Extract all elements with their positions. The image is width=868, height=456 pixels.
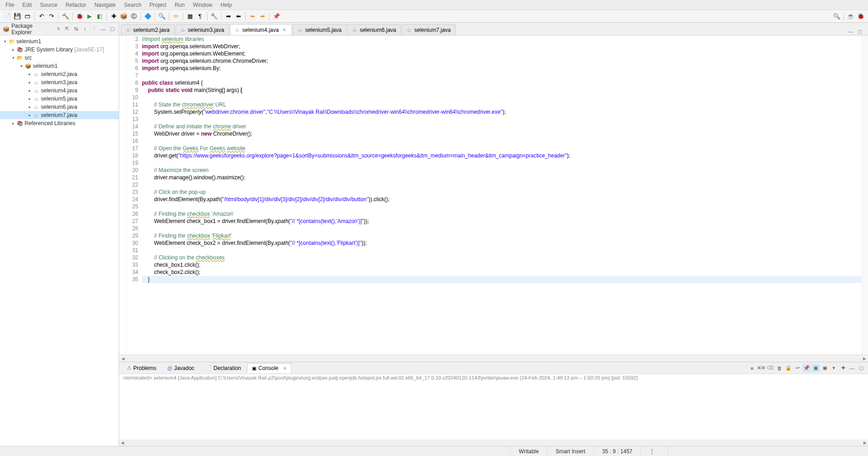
tree-file[interactable]: ▸♨ selenium5.java bbox=[0, 95, 119, 103]
remove-all-icon[interactable]: ⌫ bbox=[766, 364, 774, 372]
pin-icon[interactable]: 📌 bbox=[272, 12, 281, 21]
clear-console-icon[interactable]: 🗑 bbox=[775, 364, 783, 372]
menu-run[interactable]: Run bbox=[171, 1, 188, 9]
scroll-left-icon[interactable]: ◀ bbox=[119, 355, 126, 362]
console-output[interactable] bbox=[119, 381, 868, 440]
package-explorer: 📦Package Explorer ✕ ⇱ ⇆ ⫶ ⋮ — ▢ ▾📁 selen… bbox=[0, 23, 119, 446]
redo-icon[interactable]: ↷ bbox=[47, 12, 56, 21]
tree-file[interactable]: ▸♨ selenium6.java bbox=[0, 103, 119, 111]
remove-launch-icon[interactable]: ✖✖ bbox=[757, 364, 765, 372]
open-console-icon[interactable]: ▾ bbox=[830, 364, 838, 372]
close-icon[interactable]: ✕ bbox=[280, 366, 286, 371]
tab-console[interactable]: ▣Console✕ bbox=[247, 363, 291, 373]
toggle-block-icon[interactable]: ▦ bbox=[186, 12, 195, 21]
link-editor-icon[interactable]: ⇆ bbox=[72, 25, 80, 33]
max-icon[interactable]: ▢ bbox=[857, 364, 865, 372]
minimize-icon[interactable]: — bbox=[100, 25, 107, 33]
package-explorer-title: 📦Package Explorer ✕ bbox=[3, 23, 61, 35]
tab-javadoc[interactable]: @Javadoc bbox=[162, 363, 200, 373]
new-console-icon[interactable]: ✚ bbox=[839, 364, 847, 372]
coverage-icon[interactable]: ◧ bbox=[95, 12, 104, 21]
project-tree[interactable]: ▾📁 selenium1 ▸📚 JRE System Library [Java… bbox=[0, 35, 119, 446]
run-icon[interactable]: ▶ bbox=[85, 12, 94, 21]
toggle-mark-icon[interactable]: ✏ bbox=[171, 12, 181, 21]
maximize-icon[interactable]: ▢ bbox=[856, 28, 863, 35]
editor-tabs: ♨selenium2.java ♨selenium3.java ♨seleniu… bbox=[119, 23, 868, 35]
close-icon[interactable]: ✕ bbox=[281, 27, 287, 32]
menu-navigate[interactable]: Navigate bbox=[90, 1, 119, 9]
new-package-icon[interactable]: 📦 bbox=[119, 12, 128, 21]
terminate-icon[interactable]: ■ bbox=[748, 364, 756, 372]
tab-problems[interactable]: ⚠Problems bbox=[122, 363, 161, 373]
undo-icon[interactable]: ↶ bbox=[37, 12, 46, 21]
line-gutter: 2345678910111213141516171819202122232425… bbox=[126, 35, 140, 355]
tree-file[interactable]: ▸♨ selenium4.java bbox=[0, 86, 119, 95]
tab-selenium7[interactable]: ♨selenium7.java bbox=[402, 24, 456, 35]
word-wrap-icon[interactable]: ↩ bbox=[793, 364, 802, 372]
view-menu-icon[interactable]: ⋮ bbox=[90, 25, 98, 33]
menu-edit[interactable]: Edit bbox=[19, 1, 35, 9]
tree-file[interactable]: ▸♨ selenium2.java bbox=[0, 70, 119, 78]
console-header: <terminated> selenium4 [Java Application… bbox=[119, 374, 868, 381]
marker-bar bbox=[119, 35, 126, 355]
minimize-icon[interactable]: — bbox=[847, 28, 854, 35]
back-icon[interactable]: ⬅ bbox=[248, 12, 257, 21]
tree-package[interactable]: ▾📦 selenium1 bbox=[0, 62, 119, 70]
prev-annotation-icon[interactable]: ⬅ bbox=[234, 12, 243, 21]
open-type-icon[interactable]: 🔷 bbox=[143, 12, 152, 21]
min-icon[interactable]: — bbox=[848, 364, 856, 372]
debug-icon[interactable]: 🐞 bbox=[75, 12, 84, 21]
tree-project[interactable]: ▾📁 selenium1 bbox=[0, 37, 119, 46]
tree-ref-libs[interactable]: ▸📚 Referenced Libraries bbox=[0, 119, 119, 127]
tool-icon[interactable]: 🔧 bbox=[210, 12, 219, 21]
menu-search[interactable]: Search bbox=[120, 1, 145, 9]
status-cursor-pos: 35 : 9 : 1457 bbox=[593, 446, 641, 456]
tab-selenium3[interactable]: ♨selenium3.java bbox=[176, 24, 229, 35]
new-java-icon[interactable]: ✚ bbox=[109, 12, 118, 21]
quick-access-icon[interactable]: 🔍 bbox=[832, 12, 841, 21]
close-icon[interactable]: ✕ bbox=[55, 26, 61, 32]
perspective-java-icon[interactable]: ☕ bbox=[846, 12, 855, 21]
next-annotation-icon[interactable]: ➡ bbox=[224, 12, 233, 21]
status-bar: Writable Smart Insert 35 : 9 : 1457 ⋮ bbox=[0, 446, 868, 456]
show-whitespace-icon[interactable]: ¶ bbox=[196, 12, 205, 21]
menu-project[interactable]: Project bbox=[146, 1, 170, 9]
tree-src[interactable]: ▾📂 src bbox=[0, 54, 119, 62]
perspective-debug-icon[interactable]: 🐞 bbox=[856, 12, 865, 21]
maximize-icon[interactable]: ▢ bbox=[109, 25, 116, 33]
menu-source[interactable]: Source bbox=[36, 1, 61, 9]
tab-selenium2[interactable]: ♨selenium2.java bbox=[121, 24, 175, 35]
tab-selenium6[interactable]: ♨selenium6.java bbox=[347, 24, 401, 35]
menu-refactor[interactable]: Refactor bbox=[62, 1, 90, 9]
save-all-icon[interactable]: 🗃 bbox=[23, 12, 32, 21]
menu-window[interactable]: Window bbox=[189, 1, 216, 9]
menu-file[interactable]: File bbox=[2, 1, 18, 9]
show-console-icon[interactable]: ▣ bbox=[812, 364, 820, 372]
overview-ruler[interactable] bbox=[862, 35, 868, 355]
tab-selenium4[interactable]: ♨selenium4.java✕ bbox=[230, 24, 292, 35]
display-selected-icon[interactable]: ▣ bbox=[821, 364, 829, 372]
scroll-lock-icon[interactable]: 🔒 bbox=[784, 364, 793, 372]
tab-declaration[interactable]: 📄Declaration bbox=[201, 363, 246, 373]
tree-file[interactable]: ▸♨ selenium3.java bbox=[0, 78, 119, 86]
pin-console-icon[interactable]: 📌 bbox=[803, 364, 811, 372]
build-icon[interactable]: 🔨 bbox=[61, 12, 70, 21]
code-editor[interactable]: 2345678910111213141516171819202122232425… bbox=[119, 35, 868, 355]
menu-help[interactable]: Help bbox=[217, 1, 236, 9]
main-toolbar: 📄 💾 🗃 ↶ ↷ 🔨 🐞 ▶ ◧ ✚ 📦 Ⓒ 🔷 🔍 ✏ ▦ ¶ 🔧 ➡ ⬅ … bbox=[0, 10, 868, 23]
tab-selenium5[interactable]: ♨selenium5.java bbox=[293, 24, 346, 35]
filter-icon[interactable]: ⫶ bbox=[81, 25, 89, 33]
new-class-icon[interactable]: Ⓒ bbox=[129, 12, 138, 21]
status-separator: ⋮ bbox=[641, 446, 668, 456]
search-icon[interactable]: 🔍 bbox=[157, 12, 166, 21]
tree-jre-lib[interactable]: ▸📚 JRE System Library [JavaSE-17] bbox=[0, 46, 119, 54]
console-hscroll[interactable]: ◀▶ bbox=[119, 440, 868, 446]
new-icon[interactable]: 📄 bbox=[3, 12, 12, 21]
scroll-right-icon[interactable]: ▶ bbox=[861, 355, 868, 362]
save-icon[interactable]: 💾 bbox=[13, 12, 22, 21]
tree-file[interactable]: ▸♨ selenium7.java bbox=[0, 111, 119, 119]
status-writable: Writable bbox=[510, 446, 547, 456]
collapse-all-icon[interactable]: ⇱ bbox=[63, 25, 70, 33]
forward-icon[interactable]: ➡ bbox=[258, 12, 267, 21]
editor-hscroll[interactable]: ◀ ▶ bbox=[119, 355, 868, 362]
